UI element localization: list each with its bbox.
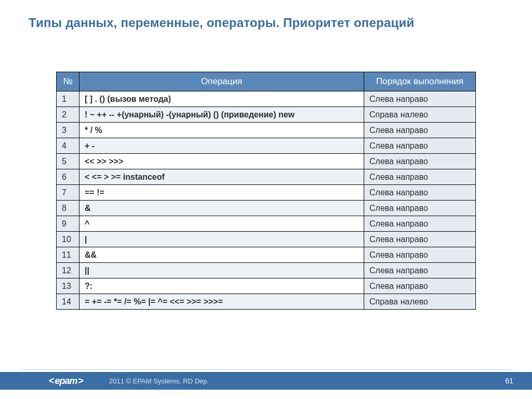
row-order: Слева направо (364, 91, 476, 107)
footer-copyright: 2011 © EPAM Systems, RD Dep. (109, 372, 209, 390)
row-order: Справа налево (364, 107, 476, 123)
row-operation: | (79, 232, 364, 247)
col-header-operation: Операция (79, 72, 364, 91)
table-row: 6< <= > >= instanceofСлева направо (57, 169, 476, 185)
row-operation: * / % (79, 123, 364, 138)
row-operation: << >> >>> (79, 154, 364, 169)
table-row: 2! ~ ++ -- +(унарный) -(унарный) () (при… (57, 107, 476, 123)
row-order: Слева направо (364, 201, 476, 216)
table-row: 9^Слева направо (57, 216, 476, 232)
col-header-order: Порядок выполнения (364, 72, 476, 91)
row-order: Слева направо (364, 247, 476, 263)
row-operation: = += -= *= /= %= |= ^= <<= >>= >>>= (79, 294, 364, 310)
slide-title: Типы данных, переменные, операторы. Прио… (29, 16, 503, 30)
row-operation: && (79, 247, 364, 263)
row-order: Слева направо (364, 138, 476, 154)
row-operation: + - (79, 138, 364, 154)
page-number: 61 (505, 372, 513, 390)
row-number: 14 (57, 294, 79, 310)
row-operation: & (79, 201, 364, 216)
row-order: Справа налево (364, 294, 476, 310)
row-operation: [ ] . () (вызов метода) (79, 91, 364, 107)
table-row: 10|Слева направо (57, 232, 476, 247)
precedence-table: № Операция Порядок выполнения 1[ ] . () … (56, 72, 476, 310)
row-number: 5 (57, 154, 79, 169)
row-operation: < <= > >= instanceof (79, 169, 364, 185)
table-row: 5<< >> >>>Слева направо (57, 154, 476, 169)
epam-logo: epam (32, 372, 100, 390)
table-row: 4+ -Слева направо (57, 138, 476, 154)
row-operation: == != (79, 185, 364, 201)
table-row: 8&Слева направо (57, 201, 476, 216)
row-number: 7 (57, 185, 79, 201)
row-number: 12 (57, 263, 79, 278)
table-row: 13?:Слева направо (57, 278, 476, 294)
row-order: Слева направо (364, 169, 476, 185)
row-number: 4 (57, 138, 79, 154)
table-row: 11&&Слева направо (57, 247, 476, 263)
row-number: 3 (57, 123, 79, 138)
slide: Типы данных, переменные, операторы. Прио… (0, 0, 532, 399)
footer-bar: epam 2011 © EPAM Systems, RD Dep. 61 (0, 372, 532, 390)
row-number: 8 (57, 201, 79, 216)
col-header-number: № (57, 72, 79, 91)
row-order: Слева направо (364, 216, 476, 232)
table-row: 14= += -= *= /= %= |= ^= <<= >>= >>>=Спр… (57, 294, 476, 310)
table-row: 1[ ] . () (вызов метода)Слева направо (57, 91, 476, 107)
precedence-table-container: № Операция Порядок выполнения 1[ ] . () … (56, 72, 476, 310)
row-order: Слева направо (364, 232, 476, 247)
footer-divider (21, 369, 511, 370)
row-order: Слева направо (364, 185, 476, 201)
row-number: 1 (57, 91, 79, 107)
row-number: 10 (57, 232, 79, 247)
table-row: 7== !=Слева направо (57, 185, 476, 201)
row-number: 9 (57, 216, 79, 232)
row-order: Слева направо (364, 154, 476, 169)
row-order: Слева направо (364, 278, 476, 294)
row-operation: ! ~ ++ -- +(унарный) -(унарный) () (прив… (79, 107, 364, 123)
table-row: 12||Слева направо (57, 263, 476, 278)
row-operation: ?: (79, 278, 364, 294)
row-order: Слева направо (364, 123, 476, 138)
row-order: Слева направо (364, 263, 476, 278)
row-number: 13 (57, 278, 79, 294)
row-operation: ^ (79, 216, 364, 232)
row-number: 6 (57, 169, 79, 185)
table-row: 3* / %Слева направо (57, 123, 476, 138)
row-operation: || (79, 263, 364, 278)
row-number: 11 (57, 247, 79, 263)
row-number: 2 (57, 107, 79, 123)
